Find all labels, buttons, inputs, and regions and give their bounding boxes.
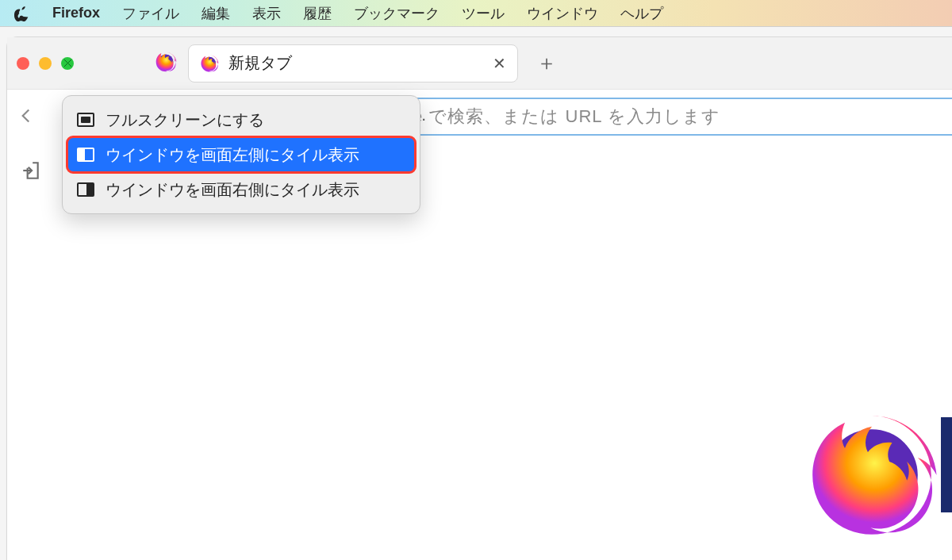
menu-bookmarks[interactable]: ブックマーク [354,4,440,23]
macos-menubar: Firefox ファイル 編集 表示 履歴 ブックマーク ツール ウインドウ ヘ… [0,0,952,27]
apple-menu-icon[interactable] [14,6,30,21]
firefox-toolbar-icon [155,51,177,76]
menu-edit[interactable]: 編集 [202,4,230,23]
tab-close-button[interactable]: ✕ [493,54,506,73]
back-button[interactable] [7,97,45,135]
tile-left-icon [77,148,94,162]
menu-view[interactable]: 表示 [252,4,281,23]
menu-item-label: ウインドウを画面右側にタイル表示 [106,179,359,201]
window-close-button[interactable] [17,57,29,70]
firefox-logo [804,408,939,546]
tile-right-icon [77,182,94,197]
menu-item-label: ウインドウを画面左側にタイル表示 [106,144,359,166]
menu-file[interactable]: ファイル [122,4,179,23]
tab-strip: 新規タブ ✕ ＋ [7,37,952,90]
window-zoom-menu: フルスクリーンにする ウインドウを画面左側にタイル表示 ウインドウを画面右側にタ… [62,95,420,214]
app-name[interactable]: Firefox [52,5,100,21]
menu-tools[interactable]: ツール [462,4,505,23]
import-bookmarks-button[interactable] [12,152,50,190]
menu-window[interactable]: ウインドウ [527,4,598,23]
new-tab-button[interactable]: ＋ [534,51,559,76]
tab-title: 新規タブ [228,52,292,74]
url-bar[interactable]: gle で検索、または URL を入力します [388,98,952,136]
menu-item-fullscreen[interactable]: フルスクリーンにする [67,102,415,137]
window-zoom-button[interactable] [61,57,74,70]
window-minimize-button[interactable] [39,57,52,70]
window-traffic-lights [17,57,74,70]
browser-tab[interactable]: 新規タブ ✕ [188,44,518,82]
right-edge-strip [941,417,952,512]
menu-item-tile-left[interactable]: ウインドウを画面左側にタイル表示 [67,137,415,172]
menu-item-tile-right[interactable]: ウインドウを画面右側にタイル表示 [67,172,415,207]
tab-favicon-icon [200,54,219,73]
fullscreen-icon [77,113,94,127]
url-placeholder: gle で検索、または URL を入力します [397,105,720,128]
menu-item-label: フルスクリーンにする [106,109,264,131]
menu-help[interactable]: ヘルプ [620,4,663,23]
menu-history[interactable]: 履歴 [303,4,332,23]
